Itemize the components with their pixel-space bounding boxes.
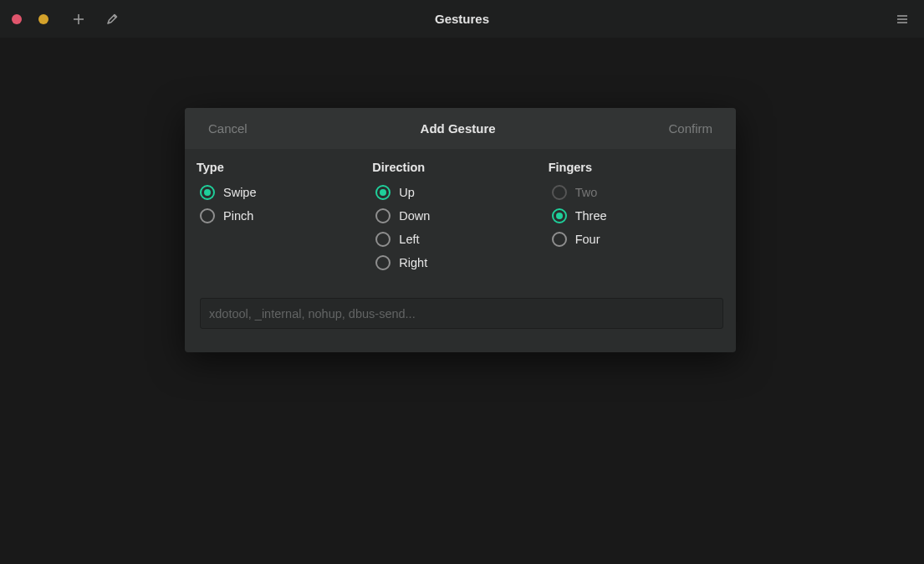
minimize-window-button[interactable]: [38, 14, 48, 24]
add-icon[interactable]: [72, 13, 85, 26]
close-window-button[interactable]: [12, 14, 22, 24]
modal-title: Add Gesture: [421, 121, 496, 136]
fingers-radio-three[interactable]: Three: [549, 204, 724, 228]
hamburger-menu-icon[interactable]: [896, 13, 909, 26]
type-header: Type: [197, 161, 372, 174]
radio-icon: [552, 232, 567, 247]
titlebar-actions: [72, 13, 119, 26]
direction-radio-right[interactable]: Right: [372, 251, 548, 274]
modal-body: Type SwipePinch Direction UpDownLeftRigh…: [185, 149, 736, 352]
add-gesture-modal: Cancel Add Gesture Confirm Type SwipePin…: [185, 108, 736, 352]
command-input[interactable]: [200, 298, 723, 329]
type-column: Type SwipePinch: [197, 161, 372, 274]
radio-label: Two: [575, 186, 598, 199]
modal-header: Cancel Add Gesture Confirm: [185, 108, 736, 149]
app-title: Gestures: [435, 12, 489, 26]
direction-column: Direction UpDownLeftRight: [372, 161, 548, 274]
direction-header: Direction: [372, 161, 548, 174]
radio-label: Four: [575, 233, 600, 246]
radio-icon: [375, 208, 391, 223]
radio-icon: [200, 185, 215, 200]
fingers-header: Fingers: [549, 161, 724, 174]
type-radio-swipe[interactable]: Swipe: [197, 181, 372, 204]
direction-radio-down[interactable]: Down: [372, 204, 548, 228]
fingers-column: Fingers TwoThreeFour: [549, 161, 724, 274]
radio-icon: [552, 185, 567, 200]
radio-label: Up: [399, 186, 415, 199]
radio-label: Pinch: [223, 209, 253, 223]
cancel-button[interactable]: Cancel: [208, 121, 248, 136]
radio-icon: [375, 185, 391, 200]
titlebar: Gestures: [0, 0, 924, 38]
radio-icon: [375, 255, 391, 270]
radio-icon: [200, 208, 215, 223]
fingers-radio-four[interactable]: Four: [549, 228, 724, 251]
radio-label: Three: [575, 209, 607, 223]
type-radio-pinch[interactable]: Pinch: [197, 204, 372, 228]
confirm-button[interactable]: Confirm: [668, 121, 712, 136]
fingers-radio-two: Two: [549, 181, 724, 204]
radio-label: Swipe: [223, 186, 257, 199]
edit-icon[interactable]: [105, 13, 119, 26]
radio-label: Down: [399, 209, 430, 223]
radio-label: Left: [399, 233, 419, 246]
direction-radio-up[interactable]: Up: [372, 181, 548, 204]
direction-radio-left[interactable]: Left: [372, 228, 548, 251]
options-columns: Type SwipePinch Direction UpDownLeftRigh…: [197, 161, 724, 274]
radio-icon: [375, 232, 391, 247]
radio-icon: [552, 208, 567, 223]
radio-label: Right: [399, 256, 427, 269]
window-controls: [12, 14, 48, 24]
